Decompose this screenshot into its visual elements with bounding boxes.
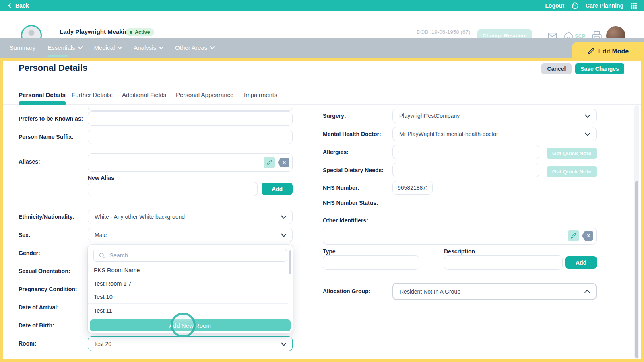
dietary-needs-input[interactable] — [392, 163, 539, 177]
dietary-needs-label: Special Dietary Needs: — [323, 167, 384, 173]
logout-link[interactable]: Logout — [545, 2, 564, 9]
tab-personal-details[interactable]: Personal Details — [19, 91, 66, 98]
panel-frame-bottom — [0, 359, 644, 362]
allergies-label: Allergies: — [323, 149, 349, 155]
allocation-group-value: Resident Not In A Group — [400, 288, 460, 295]
ethnicity-select[interactable]: White - Any other White background — [88, 210, 293, 224]
nhs-status-label: NHS Number Status: — [323, 200, 378, 206]
apps-grid-icon[interactable] — [630, 2, 638, 10]
date-of-arrival-label: Date of Arrival: — [19, 304, 59, 311]
aliases-field[interactable] — [88, 153, 293, 172]
gender-label: Gender: — [19, 250, 40, 256]
type-label: Type — [323, 248, 336, 255]
new-alias-input[interactable] — [88, 182, 258, 196]
nav-item-analysis[interactable]: Analysis — [134, 44, 163, 51]
prefers-known-as-input[interactable] — [88, 111, 293, 126]
description-input[interactable] — [444, 255, 563, 270]
section-nav: Summary Essentials Medical Analysis Othe… — [0, 38, 644, 58]
status-dot-icon — [130, 31, 132, 34]
sexual-orientation-label: Sexual Orientation: — [19, 268, 70, 274]
nhs-number-input[interactable] — [392, 181, 433, 195]
room-search-input[interactable] — [109, 252, 282, 259]
room-value: test 20 — [95, 341, 111, 347]
chevron-down-icon — [585, 130, 590, 136]
scrollbar-thumb[interactable] — [635, 181, 638, 358]
ethnicity-value: White - Any other White background — [95, 214, 185, 220]
search-icon — [99, 252, 105, 259]
panel-frame-top — [0, 58, 644, 61]
avatar-placeholder-icon — [29, 30, 35, 36]
ethnicity-label: Ethnicity/Nationality: — [19, 214, 74, 220]
pencil-icon — [266, 160, 272, 165]
room-option[interactable]: Test Room 1 7 — [88, 277, 288, 290]
name-suffix-input[interactable] — [88, 130, 293, 144]
care-planning-app: Back Logout Care Planning — [0, 0, 644, 362]
add-alias-button[interactable]: Add — [262, 183, 293, 195]
room-label: Room: — [19, 340, 36, 347]
aliases-edit-button[interactable] — [264, 157, 275, 168]
tab-further-details[interactable]: Further Details: — [72, 91, 113, 98]
tab-personal-appearance[interactable]: Personal Appearance — [176, 91, 233, 98]
allocation-group-select[interactable]: Resident Not In A Group — [392, 283, 597, 300]
dietary-quick-note-button[interactable]: Get Quick Note — [547, 166, 597, 177]
mental-health-doctor-label: Mental Health Doctor: — [323, 131, 381, 137]
type-input[interactable] — [323, 255, 419, 270]
chevron-down-icon — [281, 213, 287, 219]
date-of-birth-label: Date of Birth: — [19, 322, 54, 329]
allocation-group-label: Allocation Group: — [323, 288, 370, 294]
tab-additional-fields[interactable]: Additional Fields — [122, 91, 166, 98]
dropdown-scrollbar[interactable] — [289, 250, 291, 274]
aliases-label: Aliases: — [19, 158, 40, 165]
nhs-number-label: NHS Number: — [323, 185, 359, 191]
allergies-quick-note-button[interactable]: Get Quick Note — [547, 148, 597, 159]
nav-item-other-areas[interactable]: Other Areas — [175, 44, 214, 51]
back-button[interactable]: Back — [9, 2, 29, 9]
top-app-bar: Back Logout Care Planning — [0, 0, 644, 11]
dob-text: DOB: 19-06-1958 (67) — [417, 29, 471, 35]
room-option[interactable]: PKS Room Name — [88, 264, 288, 277]
logout-icon[interactable] — [571, 2, 579, 10]
click-indicator — [171, 313, 196, 337]
panel-frame-right — [641, 61, 644, 362]
pregnancy-condition-label: Pregnancy Condition: — [19, 286, 77, 292]
nav-item-medical[interactable]: Medical — [94, 44, 122, 51]
room-search-field[interactable] — [93, 249, 287, 262]
chevron-down-icon — [585, 112, 590, 118]
name-suffix-label: Person Name Suffix: — [19, 134, 74, 140]
new-alias-label: New Alias — [88, 175, 114, 181]
chevron-down-icon — [281, 340, 287, 346]
room-select[interactable]: test 20 — [88, 336, 293, 351]
tab-active-underline — [19, 101, 66, 105]
resident-name: Lady Playwright Meakin — [60, 28, 128, 35]
back-label: Back — [15, 2, 29, 9]
nav-item-essentials[interactable]: Essentials — [47, 44, 82, 51]
mental-health-doctor-select[interactable]: Mr PlayWrightTest mental-health-doctor — [392, 127, 597, 141]
back-chevron-icon — [8, 3, 13, 8]
identifiers-edit-button[interactable] — [568, 230, 579, 241]
nav-item-summary[interactable]: Summary — [10, 44, 35, 51]
room-option[interactable]: Test 10 — [88, 290, 288, 304]
chevron-up-icon — [584, 289, 590, 295]
other-identifiers-field[interactable] — [323, 227, 597, 245]
page-title: Personal Details — [19, 63, 87, 73]
panel-frame-left — [0, 61, 3, 362]
chevron-down-icon — [281, 231, 287, 237]
status-badge: Active — [126, 28, 154, 36]
surgery-label: Surgery: — [323, 113, 346, 119]
sex-value: Male — [95, 232, 107, 238]
description-label: Description — [444, 248, 475, 255]
add-identifier-button[interactable]: Add — [565, 256, 597, 269]
tab-impairments[interactable]: Impairments — [244, 91, 277, 98]
surgery-value: PlaywrightTestCompany — [399, 113, 460, 119]
allergies-input[interactable] — [392, 145, 539, 159]
cancel-button[interactable]: Cancel — [541, 63, 572, 74]
chevron-down-icon — [117, 44, 122, 49]
surgery-select[interactable]: PlaywrightTestCompany — [392, 109, 597, 123]
cutoff-input — [88, 105, 293, 111]
pencil-icon — [588, 48, 594, 55]
resident-header: Lady Playwright Meakin Active Room 20 - … — [0, 11, 644, 38]
pencil-icon — [571, 233, 576, 239]
save-changes-button[interactable]: Save Changes — [575, 63, 624, 74]
sex-select[interactable]: Male — [88, 228, 293, 242]
other-identifiers-label: Other Identifiers: — [323, 217, 368, 224]
